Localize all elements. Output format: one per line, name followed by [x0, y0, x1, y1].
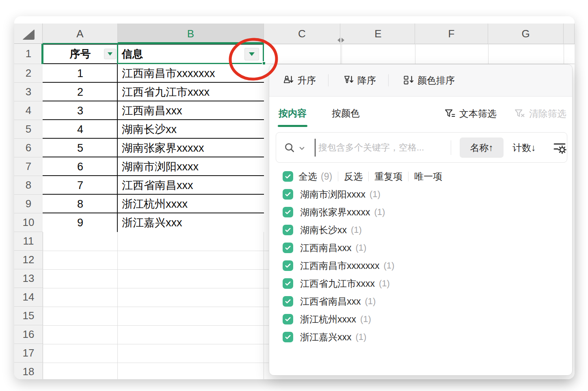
row-header-2[interactable]: 2 [14, 64, 43, 83]
arrow-left-icon [337, 38, 340, 43]
sort-by-count-button[interactable]: 计数↓ [512, 137, 536, 158]
filter-item-label: 湖南张家界xxxxx [300, 206, 370, 219]
cell-A2[interactable]: 1 [43, 64, 118, 83]
clear-filter-button[interactable]: 清除筛选 [514, 107, 566, 120]
cell-A10[interactable]: 9 [43, 213, 118, 232]
row-header-8[interactable]: 8 [14, 176, 43, 195]
cell-A1[interactable]: 序号 [43, 44, 118, 64]
column-header-partial[interactable] [565, 24, 575, 44]
row-header-3[interactable]: 3 [14, 83, 43, 101]
cell-B8[interactable]: 江西省南昌xxx [118, 176, 264, 195]
select-all-checkbox[interactable] [283, 171, 293, 182]
checkbox-checked-icon[interactable] [283, 225, 293, 235]
checkbox-checked-icon[interactable] [283, 260, 293, 271]
tab-by-color[interactable]: 按颜色 [332, 107, 360, 120]
column-header-E[interactable]: E [342, 24, 415, 44]
row-selection-accent [41, 44, 43, 64]
cell-B1[interactable]: 信息 [118, 44, 264, 64]
checkbox-checked-icon[interactable] [283, 332, 293, 342]
row-header-12[interactable]: 12 [14, 251, 43, 269]
row-header-15[interactable]: 15 [14, 307, 43, 325]
checkbox-checked-icon[interactable] [283, 296, 293, 307]
filter-dropdown-info-button[interactable] [244, 48, 259, 60]
select-all-corner[interactable] [14, 24, 43, 44]
select-all-label[interactable]: 全选 [298, 170, 317, 183]
filter-list-item[interactable]: 江西省九江市xxxx(1) [283, 275, 564, 292]
column-header-G[interactable]: G [488, 24, 564, 44]
row-header-7[interactable]: 7 [14, 157, 43, 176]
row-header-17[interactable]: 17 [14, 344, 43, 363]
checkbox-checked-icon[interactable] [283, 189, 293, 200]
cell-A5[interactable]: 4 [43, 120, 118, 139]
cell-B3[interactable]: 江西省九江市xxxx [118, 83, 264, 101]
cell-B9[interactable]: 浙江杭州xxxx [118, 195, 264, 213]
filter-item-label: 浙江杭州xxxx [300, 313, 356, 326]
column-header-F[interactable]: F [415, 24, 488, 44]
column-header-B[interactable]: B [118, 24, 264, 44]
sort-ascending-button[interactable]: 升序 [281, 74, 316, 87]
filter-list-item[interactable]: 浙江嘉兴xxx(1) [283, 328, 564, 346]
duplicates-button[interactable]: 重复项 [374, 170, 402, 183]
column-header-A[interactable]: A [43, 24, 118, 44]
cell-A9[interactable]: 8 [43, 195, 118, 213]
sort-descending-label: 降序 [357, 74, 376, 87]
cell-A4[interactable]: 3 [43, 101, 118, 120]
row-header-10[interactable]: 10 [14, 213, 43, 232]
hidden-column-handle[interactable] [335, 37, 347, 43]
gridline [488, 44, 489, 64]
row-header-4[interactable]: 4 [14, 101, 43, 120]
row-header-11[interactable]: 11 [14, 232, 43, 251]
filter-list-item[interactable]: 江西南昌xxx(1) [283, 239, 564, 257]
sort-by-name-button[interactable]: 名称↑ [460, 137, 504, 158]
search-box: 名称↑ 计数↓ [276, 132, 567, 163]
gridline [43, 251, 269, 251]
cell-B10[interactable]: 浙江嘉兴xxx [118, 213, 264, 232]
checkbox-checked-icon[interactable] [283, 207, 293, 217]
tab-by-content[interactable]: 按内容 [279, 107, 307, 120]
cell-A3[interactable]: 2 [43, 83, 118, 101]
filter-dropdown-serial-button[interactable] [104, 49, 116, 59]
row-header-6[interactable]: 6 [14, 139, 43, 157]
active-tab-underline [278, 125, 307, 127]
row-header-13[interactable]: 13 [14, 269, 43, 288]
filter-list-item[interactable]: 江西南昌市xxxxxxx(1) [283, 257, 564, 275]
filter-list-item[interactable]: 湖南张家界xxxxx(1) [283, 203, 564, 221]
invert-selection-button[interactable]: 反选 [344, 170, 363, 183]
cell-B5[interactable]: 湖南长沙xx [118, 120, 264, 139]
filter-list-item[interactable]: 湖南长沙xx(1) [283, 221, 564, 239]
row-header-16[interactable]: 16 [14, 325, 43, 344]
search-input[interactable] [318, 136, 447, 159]
row-header-14[interactable]: 14 [14, 288, 43, 307]
filter-list-item[interactable]: 江西省南昌xxx(1) [283, 292, 564, 310]
display-settings-icon[interactable] [552, 141, 567, 155]
clear-filter-label: 清除筛选 [529, 107, 566, 120]
uniques-button[interactable]: 唯一项 [414, 170, 442, 183]
info-header-label: 信息 [122, 47, 143, 61]
chevron-down-icon[interactable] [299, 146, 305, 150]
cell-B6[interactable]: 湖南张家界xxxxx [118, 139, 264, 157]
row-header-18[interactable]: 18 [14, 363, 43, 379]
fill-handle[interactable] [262, 61, 266, 65]
filter-list-item[interactable]: 浙江杭州xxxx(1) [283, 310, 564, 328]
checkbox-checked-icon[interactable] [283, 278, 293, 289]
checkbox-checked-icon[interactable] [283, 243, 293, 253]
cell-A8[interactable]: 7 [43, 176, 118, 195]
cell-B2[interactable]: 江西南昌市xxxxxxx [118, 64, 264, 83]
cell-B4[interactable]: 江西南昌xxx [118, 101, 264, 120]
cell-B7[interactable]: 湖南市浏阳xxxx [118, 157, 264, 176]
row-header-1[interactable]: 1 [14, 44, 43, 64]
row-header-9[interactable]: 9 [14, 195, 43, 213]
filter-item-label: 江西南昌市xxxxxxx [300, 260, 380, 272]
sort-descending-button[interactable]: 降序 [341, 74, 376, 87]
checkbox-checked-icon[interactable] [283, 314, 293, 324]
table-gridline [43, 157, 264, 157]
sort-by-color-button[interactable]: 颜色排序 [401, 74, 455, 87]
filter-list-item[interactable]: 湖南市浏阳xxxx(1) [283, 185, 564, 203]
gridline [342, 44, 342, 64]
column-header-C[interactable]: C [264, 24, 340, 44]
search-icon[interactable] [283, 142, 296, 154]
cell-A7[interactable]: 6 [43, 157, 118, 176]
text-filter-button[interactable]: 文本筛选 [444, 107, 497, 120]
cell-A6[interactable]: 5 [43, 139, 118, 157]
row-header-5[interactable]: 5 [14, 120, 43, 139]
